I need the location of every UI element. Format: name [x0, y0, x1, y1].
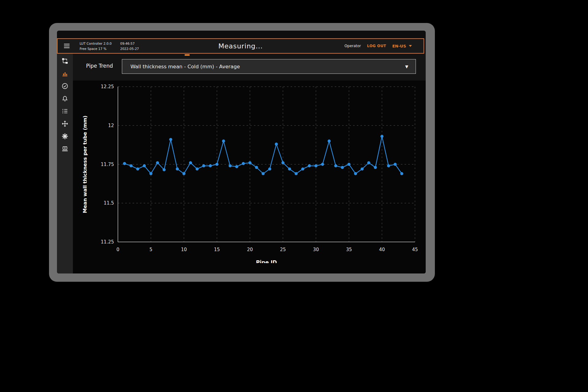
toolbar: Pipe Trend Wall thickness mean - Cold (m… [73, 54, 426, 81]
app-version-label: LUT Controller 2.0.0 [80, 42, 111, 45]
metric-dropdown-value: Wall thickness mean - Cold (mm) - Averag… [130, 64, 240, 70]
app-window: LUT Controller 2.0.0 Free Space 17 % 09:… [57, 31, 426, 273]
metric-dropdown[interactable]: Wall thickness mean - Cold (mm) - Averag… [122, 59, 416, 74]
svg-text:25: 25 [280, 247, 286, 252]
check-circle-icon [61, 82, 69, 90]
svg-text:45: 45 [412, 247, 418, 252]
svg-text:Mean wall thickness per tube (: Mean wall thickness per tube (mm) [82, 115, 88, 213]
svg-text:11.75: 11.75 [101, 162, 114, 167]
svg-text:12.25: 12.25 [101, 84, 114, 89]
list-icon [61, 107, 69, 115]
app-window-frame: LUT Controller 2.0.0 Free Space 17 % 09:… [49, 23, 435, 282]
desktop-background: LUT Controller 2.0.0 Free Space 17 % 09:… [0, 0, 588, 392]
bar-chart-icon [61, 70, 69, 77]
chevron-down-icon [409, 45, 412, 47]
chevron-down-icon: ▼ [405, 64, 408, 69]
sidebar-item-pipes[interactable] [57, 55, 73, 67]
free-space-label: Free Space 17 % [80, 47, 111, 51]
svg-text:20: 20 [247, 247, 253, 252]
user-role-label: Operator [345, 44, 361, 48]
clock-date: 2022-05-27 [120, 47, 139, 51]
gear-icon [61, 133, 69, 140]
indicator-mark [185, 54, 190, 56]
language-selector[interactable]: EN-US [392, 44, 412, 48]
language-label: EN-US [392, 44, 406, 48]
svg-text:11.5: 11.5 [104, 200, 114, 206]
system-info: LUT Controller 2.0.0 Free Space 17 % 09:… [80, 42, 139, 51]
sidebar [57, 54, 73, 273]
clock-time: 09:46:57 [120, 42, 139, 45]
svg-text:11.25: 11.25 [101, 239, 114, 245]
svg-text:35: 35 [346, 247, 352, 252]
header-bar: LUT Controller 2.0.0 Free Space 17 % 09:… [57, 38, 424, 54]
svg-text:10: 10 [181, 247, 187, 252]
logout-button[interactable]: LOG OUT [367, 44, 386, 48]
main-content: Pipe Trend Wall thickness mean - Cold (m… [73, 54, 426, 273]
svg-text:30: 30 [313, 247, 319, 252]
pipe-network-icon [61, 57, 69, 65]
svg-text:40: 40 [379, 247, 385, 252]
menu-button[interactable] [62, 42, 71, 50]
svg-text:12: 12 [108, 123, 114, 128]
hamburger-icon [64, 43, 70, 48]
svg-text:5: 5 [149, 247, 153, 252]
trend-chart: 05101520253035404511.2511.511.751212.25M… [73, 81, 426, 263]
svg-text:Pipe ID: Pipe ID [256, 259, 277, 263]
sidebar-item-settings[interactable] [57, 130, 73, 142]
move-icon [61, 120, 69, 127]
sidebar-item-checks[interactable] [57, 80, 73, 92]
device-upload-icon [61, 145, 69, 153]
sidebar-item-device[interactable] [57, 142, 73, 155]
sidebar-item-log[interactable] [57, 105, 73, 117]
sidebar-item-trend[interactable] [57, 67, 73, 80]
svg-text:15: 15 [214, 247, 220, 252]
header-right: Operator LOG OUT EN-US [345, 44, 424, 48]
svg-text:0: 0 [116, 247, 119, 252]
sidebar-item-move[interactable] [57, 117, 73, 130]
sidebar-item-alarms[interactable] [57, 92, 73, 105]
pipe-trend-label: Pipe Trend [86, 63, 113, 69]
bell-icon [61, 95, 69, 102]
